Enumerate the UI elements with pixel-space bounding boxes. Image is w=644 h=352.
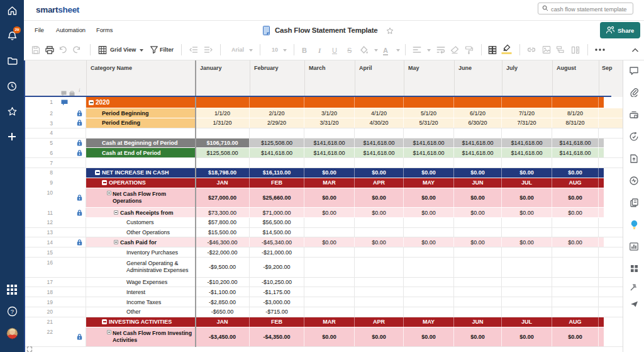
svg-text:?: ? [10, 308, 13, 315]
